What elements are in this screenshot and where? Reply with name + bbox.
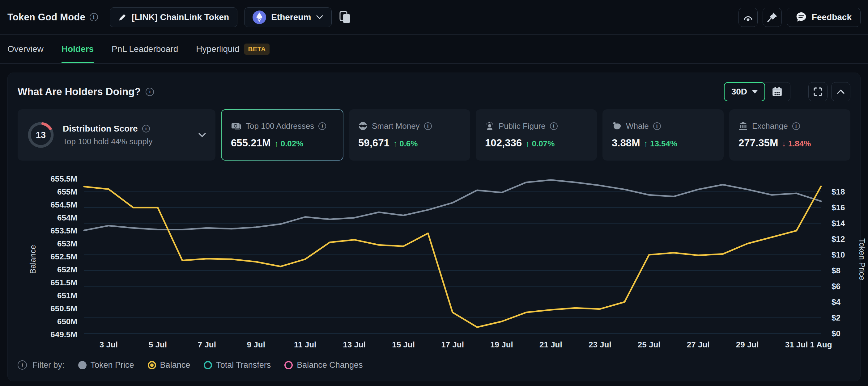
token-god-mode-page: Token God Mode [LINK] ChainLink Token Et…: [0, 0, 868, 386]
chevron-up-icon: [836, 88, 845, 96]
svg-text:655M: 655M: [57, 187, 77, 197]
holders-chart[interactable]: 655.5M655M654.5M654M653.5M653M652.5M652M…: [18, 167, 850, 352]
svg-text:649.5M: 649.5M: [51, 330, 77, 339]
svg-text:27 Jul: 27 Jul: [687, 340, 710, 349]
svg-text:1 Aug: 1 Aug: [810, 340, 832, 349]
stat-label: Smart Money: [372, 121, 420, 131]
stat-card-top-100-addresses[interactable]: Top 100 Addresses 655.21M ↑ 0.02%: [221, 109, 343, 161]
copy-icon: [339, 10, 351, 24]
svg-text:17 Jul: 17 Jul: [441, 340, 464, 349]
stat-delta: ↑ 13.54%: [644, 139, 677, 148]
stat-delta: ↑ 0.6%: [393, 139, 418, 148]
svg-text:$0: $0: [832, 329, 840, 338]
stat-delta: ↑ 0.07%: [526, 139, 555, 148]
legend-item-balance-changes[interactable]: Balance Changes: [284, 360, 363, 370]
banknote-icon: [231, 122, 241, 130]
tab-pnl-leaderboard[interactable]: PnL Leaderboard: [112, 35, 178, 63]
fullscreen-icon: [813, 87, 823, 97]
stat-label: Top 100 Addresses: [246, 121, 314, 131]
active-tab-underline: [62, 62, 94, 63]
stat-info-icon[interactable]: [550, 122, 558, 130]
stat-value: 102,336: [485, 137, 522, 149]
legend-info-icon[interactable]: [18, 360, 27, 370]
svg-text:650M: 650M: [57, 317, 77, 326]
tab-hyperliquid[interactable]: HyperliquidBETA: [196, 35, 270, 63]
panel-title-info-icon[interactable]: [146, 88, 154, 96]
chevron-down-icon: [316, 15, 323, 20]
svg-text:29 Jul: 29 Jul: [736, 340, 759, 349]
svg-text:654.5M: 654.5M: [51, 200, 77, 209]
svg-text:3 Jul: 3 Jul: [99, 340, 118, 349]
svg-text:21 Jul: 21 Jul: [539, 340, 562, 349]
timeframe-group: 30D: [724, 82, 790, 101]
token-selector[interactable]: [LINK] ChainLink Token: [110, 7, 238, 27]
stat-value: 59,671: [358, 137, 390, 149]
stat-delta: ↑ 0.02%: [274, 139, 303, 148]
legend-item-token-price[interactable]: Token Price: [78, 360, 134, 370]
token-price-dot-icon: [78, 361, 87, 369]
svg-text:$10: $10: [832, 250, 845, 259]
collapse-button[interactable]: [831, 82, 850, 101]
feedback-button[interactable]: Feedback: [787, 8, 861, 27]
svg-text:650.5M: 650.5M: [51, 304, 77, 313]
tab-holders[interactable]: Holders: [62, 35, 94, 63]
stat-value: 277.35M: [739, 137, 778, 149]
distribution-score-subtitle: Top 100 hold 44% supply: [63, 137, 153, 146]
svg-text:9 Jul: 9 Jul: [247, 340, 265, 349]
svg-text:31 Jul: 31 Jul: [785, 340, 808, 349]
stat-info-icon[interactable]: [424, 122, 432, 130]
page-title-info-icon[interactable]: [90, 13, 98, 21]
stat-info-icon[interactable]: [653, 122, 661, 130]
panel-title: What Are Holders Doing?: [18, 86, 141, 98]
svg-text:$6: $6: [832, 282, 840, 291]
svg-text:$18: $18: [832, 187, 845, 197]
copy-address-button[interactable]: [339, 10, 351, 24]
chevron-down-icon[interactable]: [198, 133, 206, 137]
svg-text:653M: 653M: [57, 239, 77, 248]
holders-chart-svg[interactable]: 655.5M655M654.5M654M653.5M653M652.5M652M…: [18, 167, 868, 352]
smart-money-icon: [358, 121, 368, 131]
stat-info-icon[interactable]: [318, 122, 326, 130]
legend-item-total-transfers[interactable]: Total Transfers: [204, 360, 271, 370]
whale-icon: [612, 121, 622, 131]
svg-text:19 Jul: 19 Jul: [490, 340, 513, 349]
page-title: Token God Mode: [7, 12, 85, 23]
distribution-score-text: Distribution Score Top 100 hold 44% supp…: [63, 124, 153, 146]
svg-text:652M: 652M: [57, 265, 77, 274]
watch-button[interactable]: [739, 8, 757, 27]
svg-text:651M: 651M: [57, 291, 77, 300]
chain-selector[interactable]: Ethereum: [244, 7, 332, 27]
svg-text:15 Jul: 15 Jul: [392, 340, 415, 349]
svg-text:11 Jul: 11 Jul: [294, 340, 316, 349]
tab-overview[interactable]: Overview: [7, 35, 43, 63]
stat-card-whale[interactable]: Whale 3.88M ↑ 13.54%: [602, 109, 724, 161]
watch-icon: [742, 12, 754, 23]
stat-card-smart-money[interactable]: Smart Money 59,671 ↑ 0.6%: [349, 109, 470, 161]
timeframe-dropdown[interactable]: 30D: [724, 82, 765, 101]
stat-label: Whale: [626, 121, 649, 131]
svg-text:653.5M: 653.5M: [51, 226, 77, 235]
fullscreen-button[interactable]: [808, 82, 828, 101]
svg-text:Balance: Balance: [28, 245, 37, 274]
top-header: Token God Mode [LINK] ChainLink Token Et…: [0, 0, 868, 35]
distribution-score-info-icon[interactable]: [142, 125, 150, 133]
distribution-score-card[interactable]: 13 Distribution Score Top 100 hold 44% s…: [18, 109, 215, 161]
stat-label: Public Figure: [499, 121, 546, 131]
pin-button[interactable]: [763, 8, 782, 27]
tab-bar: Overview Holders PnL Leaderboard Hyperli…: [0, 35, 868, 64]
feedback-bubble-icon: [796, 12, 807, 23]
balance-changes-ring-icon: [284, 361, 293, 369]
stat-card-exchange[interactable]: Exchange 277.35M ↓ 1.84%: [729, 109, 850, 161]
svg-text:$4: $4: [832, 297, 840, 307]
svg-text:7 Jul: 7 Jul: [198, 340, 216, 349]
legend-item-balance[interactable]: Balance: [148, 360, 190, 370]
svg-text:651.5M: 651.5M: [51, 278, 77, 287]
stat-card-public-figure[interactable]: Public Figure 102,336 ↑ 0.07%: [476, 109, 597, 161]
stat-info-icon[interactable]: [792, 122, 800, 130]
chain-selector-label: Ethereum: [271, 12, 311, 22]
feedback-label: Feedback: [812, 12, 851, 22]
stats-row: 13 Distribution Score Top 100 hold 44% s…: [18, 109, 850, 161]
svg-text:13 Jul: 13 Jul: [343, 340, 366, 349]
total-transfers-ring-icon: [204, 361, 212, 369]
stat-label: Exchange: [752, 121, 788, 131]
